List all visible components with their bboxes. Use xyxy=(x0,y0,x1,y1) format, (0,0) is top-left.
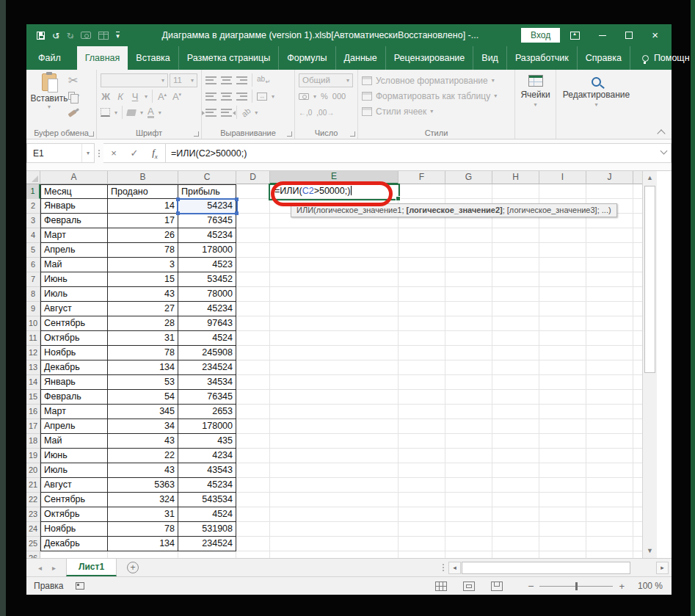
cell-C21[interactable]: 45234 xyxy=(178,478,236,493)
cell-H5[interactable] xyxy=(492,243,539,258)
cell-G10[interactable] xyxy=(445,316,492,331)
cell-A15[interactable]: Февраль xyxy=(40,390,108,405)
cell-D9[interactable] xyxy=(236,302,270,316)
cell-D25[interactable] xyxy=(236,537,270,551)
column-header-B[interactable]: B xyxy=(108,171,178,184)
cell-H10[interactable] xyxy=(492,316,539,331)
cell-E18[interactable] xyxy=(270,434,399,449)
row-header-16[interactable]: 16 xyxy=(26,405,40,419)
cell-C18[interactable]: 435 xyxy=(178,434,236,449)
cell-B24[interactable]: 78 xyxy=(108,522,178,537)
cell-J1[interactable] xyxy=(586,184,633,199)
cell-B10[interactable]: 28 xyxy=(108,316,178,331)
cell-J19[interactable] xyxy=(586,449,633,463)
paste-dropdown-icon[interactable]: ▾ xyxy=(48,104,51,110)
cell-F16[interactable] xyxy=(399,405,445,419)
cell-C7[interactable]: 53452 xyxy=(178,272,236,287)
maximize-button[interactable] xyxy=(625,32,633,39)
cell-G19[interactable] xyxy=(445,449,492,463)
row-header-11[interactable]: 11 xyxy=(26,331,40,346)
cell-D22[interactable] xyxy=(236,493,270,507)
cell-J17[interactable] xyxy=(586,419,633,434)
cell-H14[interactable] xyxy=(492,375,539,390)
cell-E15[interactable] xyxy=(270,390,399,405)
cell-D8[interactable] xyxy=(236,287,270,302)
formula-input[interactable]: =ИЛИ(C2>50000;) xyxy=(166,143,672,163)
sheet-nav-right-icon[interactable]: ▸ xyxy=(52,564,56,572)
cell-D6[interactable] xyxy=(236,258,270,272)
cell-J8[interactable] xyxy=(586,287,633,302)
cell-I24[interactable] xyxy=(539,522,586,537)
cell-D7[interactable] xyxy=(236,272,270,287)
cell-I1[interactable] xyxy=(539,184,586,199)
cell-F10[interactable] xyxy=(399,316,445,331)
save-icon[interactable] xyxy=(37,32,45,40)
clipboard-dialog-launcher-icon[interactable] xyxy=(89,131,94,137)
cell-C13[interactable]: 234524 xyxy=(178,360,236,375)
cell-E1[interactable]: =ИЛИ(C2>50000;) xyxy=(270,184,399,199)
cell-H26[interactable] xyxy=(492,551,539,558)
paste-button[interactable]: Вставить ▾ xyxy=(30,72,68,117)
cell-A5[interactable]: Апрель xyxy=(40,243,108,258)
cancel-entry-button[interactable]: × xyxy=(103,148,124,159)
cell-F5[interactable] xyxy=(399,243,445,258)
cell-D13[interactable] xyxy=(236,360,270,375)
vertical-scroll-thumb[interactable] xyxy=(644,186,655,373)
cell-B22[interactable]: 324 xyxy=(108,493,178,507)
cell-B25[interactable]: 134 xyxy=(108,537,178,551)
cell-I26[interactable] xyxy=(539,551,586,558)
cell-E25[interactable] xyxy=(270,537,399,551)
formula-bar-splitter[interactable] xyxy=(95,143,103,163)
scroll-right-icon[interactable]: ▸ xyxy=(656,562,669,574)
cell-B11[interactable]: 31 xyxy=(108,331,178,346)
zoom-in-icon[interactable]: + xyxy=(613,581,630,592)
cell-G25[interactable] xyxy=(445,537,492,551)
cell-F1[interactable] xyxy=(399,184,445,199)
cell-B4[interactable]: 26 xyxy=(108,228,178,243)
column-header-E[interactable]: E xyxy=(270,171,399,184)
tab-вид[interactable]: Вид xyxy=(473,46,507,70)
cell-C25[interactable]: 234524 xyxy=(178,537,236,551)
cell-H4[interactable] xyxy=(492,228,539,243)
cell-G11[interactable] xyxy=(445,331,492,346)
sheet-nav-left-icon[interactable]: ◂ xyxy=(38,564,42,572)
horizontal-scrollbar[interactable]: ◂ ▸ xyxy=(448,562,669,574)
cell-B23[interactable]: 31 xyxy=(108,507,178,522)
cell-C17[interactable]: 178000 xyxy=(178,419,236,434)
cell-F9[interactable] xyxy=(399,302,445,316)
cell-I20[interactable] xyxy=(539,463,586,478)
row-header-2[interactable]: 2 xyxy=(26,199,40,214)
cell-F21[interactable] xyxy=(399,478,445,493)
cell-D1[interactable] xyxy=(236,184,270,199)
cell-E10[interactable] xyxy=(270,316,399,331)
select-all-corner[interactable] xyxy=(26,171,40,184)
cell-G1[interactable] xyxy=(445,184,492,199)
cell-H23[interactable] xyxy=(492,507,539,522)
tab-формулы[interactable]: Формулы xyxy=(279,46,335,70)
cell-B8[interactable]: 43 xyxy=(108,287,178,302)
cell-G16[interactable] xyxy=(445,405,492,419)
editing-button[interactable]: Редактирование ▾ xyxy=(560,72,633,108)
cell-G14[interactable] xyxy=(445,375,492,390)
cell-G20[interactable] xyxy=(445,463,492,478)
cell-I10[interactable] xyxy=(539,316,586,331)
cell-F4[interactable] xyxy=(399,228,445,243)
cell-F17[interactable] xyxy=(399,419,445,434)
cell-C15[interactable]: 76345 xyxy=(178,390,236,405)
cell-C20[interactable]: 43543 xyxy=(178,463,236,478)
cell-B15[interactable]: 54 xyxy=(108,390,178,405)
new-sheet-icon[interactable]: + xyxy=(127,562,139,573)
cell-B9[interactable]: 27 xyxy=(108,302,178,316)
cell-A6[interactable]: Май xyxy=(40,258,108,272)
assistant-label[interactable]: Помощн xyxy=(654,53,690,63)
cell-G5[interactable] xyxy=(445,243,492,258)
cell-F24[interactable] xyxy=(399,522,445,537)
cell-A22[interactable]: Сентябрь xyxy=(40,493,108,507)
cell-D16[interactable] xyxy=(236,405,270,419)
cell-E5[interactable] xyxy=(270,243,399,258)
cell-C23[interactable]: 4524 xyxy=(178,507,236,522)
cell-A2[interactable]: Январь xyxy=(40,199,108,214)
cell-D23[interactable] xyxy=(236,507,270,522)
cell-E21[interactable] xyxy=(270,478,399,493)
cell-H19[interactable] xyxy=(492,449,539,463)
